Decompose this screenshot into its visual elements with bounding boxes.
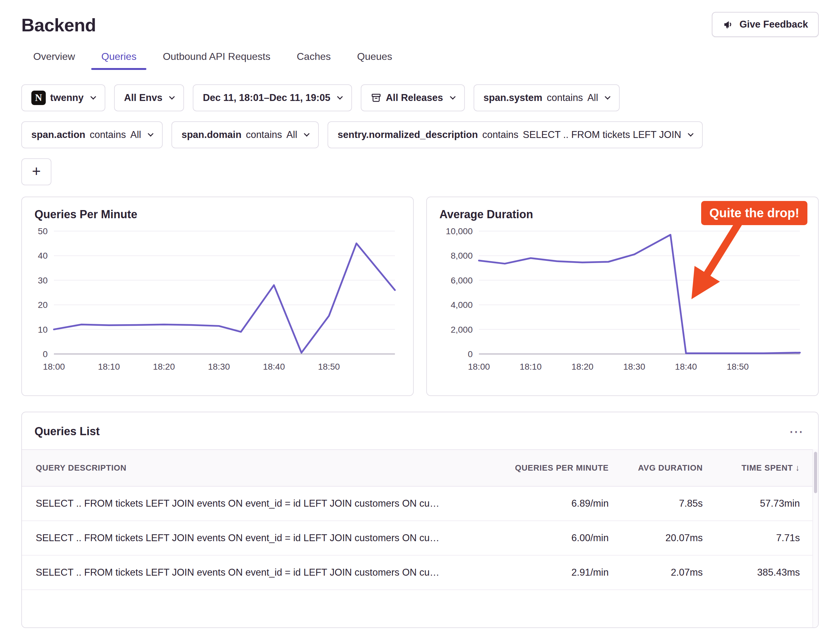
span-system-value: All [587,92,598,104]
svg-text:18:40: 18:40 [675,362,697,371]
svg-text:18:10: 18:10 [520,362,541,371]
give-feedback-button[interactable]: Give Feedback [712,12,819,37]
column-header-avg-duration[interactable]: AVG DURATION [609,450,703,486]
annotation-text: Quite the drop! [709,206,799,220]
query-description-cell[interactable]: SELECT .. FROM tickets LEFT JOIN events … [22,521,474,555]
span-system-key: span.system [484,92,543,104]
project-logo-icon: N [31,90,46,105]
svg-text:2,000: 2,000 [451,325,472,335]
table-scrollbar-thumb[interactable] [814,452,817,493]
svg-text:20: 20 [38,300,48,310]
svg-text:0: 0 [43,349,48,359]
filter-row-3: + [21,158,819,185]
span-action-value: All [130,129,141,140]
annotation-label: Quite the drop! [701,201,807,225]
svg-text:18:30: 18:30 [208,362,230,371]
column-header-query-description[interactable]: QUERY DESCRIPTION [22,450,474,486]
svg-text:8,000: 8,000 [451,251,472,261]
queries-per-minute-title: Queries Per Minute [34,208,400,221]
queries-table: QUERY DESCRIPTION QUERIES PER MINUTE AVG… [22,449,812,590]
svg-text:40: 40 [38,251,48,261]
chevron-down-icon [169,94,175,99]
svg-text:10,000: 10,000 [446,227,472,236]
charts-row: Queries Per Minute 0102030405018:0018:10… [21,197,819,396]
normalized-description-filter-button[interactable]: sentry.normalized_description contains S… [328,122,703,148]
table-header-row: QUERY DESCRIPTION QUERIES PER MINUTE AVG… [22,450,812,486]
page-header: Backend Give Feedback [21,12,819,37]
average-duration-chart[interactable]: 02,0004,0006,0008,00010,00018:0018:1018:… [440,223,806,380]
span-action-key: span.action [31,129,85,140]
span-domain-filter-button[interactable]: span.domain contains All [171,122,319,148]
query-description-cell[interactable]: SELECT .. FROM tickets LEFT JOIN events … [22,486,474,521]
time-spent-label: TIME SPENT [742,463,793,473]
time-spent-cell: 57.73min [703,486,812,521]
tab-outbound-api-requests[interactable]: Outbound API Requests [151,46,282,70]
tab-bar: Overview Queries Outbound API Requests C… [21,46,819,70]
plus-icon: + [32,163,41,180]
span-system-operator: contains [546,92,582,104]
svg-text:50: 50 [38,227,48,236]
queries-per-minute-cell: 2.91/min [474,555,609,590]
normalized-description-key: sentry.normalized_description [338,129,477,140]
environment-filter-label: All Envs [124,92,162,104]
date-range-filter-button[interactable]: Dec 11, 18:01–Dec 11, 19:05 [193,84,352,111]
environment-filter-button[interactable]: All Envs [114,84,184,111]
svg-text:18:50: 18:50 [318,362,340,371]
column-header-queries-per-minute[interactable]: QUERIES PER MINUTE [474,450,609,486]
releases-filter-label: All Releases [386,92,443,104]
table-scrollbar[interactable] [812,449,818,628]
releases-icon [371,92,381,103]
span-system-filter-button[interactable]: span.system contains All [474,84,620,111]
project-filter-label: twenny [50,92,84,104]
chevron-down-icon [450,94,455,99]
svg-text:18:20: 18:20 [571,362,593,371]
date-range-label: Dec 11, 18:01–Dec 11, 19:05 [203,92,330,104]
svg-text:18:40: 18:40 [263,362,285,371]
megaphone-icon [722,19,734,30]
backend-insights-page: Backend Give Feedback Overview Queries O… [0,0,840,628]
query-description-cell[interactable]: SELECT .. FROM tickets LEFT JOIN events … [22,555,474,590]
svg-text:10: 10 [38,325,48,335]
table-row[interactable]: SELECT .. FROM tickets LEFT JOIN events … [22,521,812,555]
tab-overview[interactable]: Overview [21,46,87,70]
table-row[interactable]: SELECT .. FROM tickets LEFT JOIN events … [22,486,812,521]
filter-row-2: span.action contains All span.domain con… [21,122,819,148]
chevron-down-icon [304,131,310,136]
avg-duration-cell: 7.85s [609,486,703,521]
chevron-down-icon [90,94,96,99]
sort-descending-icon: ↓ [796,463,800,473]
svg-text:30: 30 [38,276,48,285]
table-row[interactable]: SELECT .. FROM tickets LEFT JOIN events … [22,555,812,590]
project-filter-button[interactable]: N twenny [21,84,105,111]
span-action-filter-button[interactable]: span.action contains All [21,122,162,148]
svg-text:18:00: 18:00 [43,362,65,371]
page-title: Backend [21,15,96,36]
svg-text:18:50: 18:50 [727,362,749,371]
svg-text:0: 0 [468,349,472,359]
average-duration-panel: Average Duration 02,0004,0006,0008,00010… [426,197,819,396]
svg-text:6,000: 6,000 [451,276,472,285]
span-domain-key: span.domain [182,129,241,140]
tab-queues[interactable]: Queues [345,46,404,70]
span-domain-operator: contains [246,129,282,140]
time-spent-cell: 7.71s [703,521,812,555]
normalized-description-value: SELECT .. FROM tickets LEFT JOIN [523,129,681,140]
tab-queries[interactable]: Queries [89,46,148,70]
normalized-description-operator: contains [482,129,518,140]
add-filter-button[interactable]: + [21,158,51,185]
overflow-menu-button[interactable]: ⋯ [788,424,806,439]
queries-per-minute-chart[interactable]: 0102030405018:0018:1018:2018:3018:4018:5… [34,223,400,380]
tab-caches[interactable]: Caches [285,46,343,70]
queries-per-minute-panel: Queries Per Minute 0102030405018:0018:10… [21,197,414,396]
svg-text:18:30: 18:30 [623,362,645,371]
svg-text:18:20: 18:20 [153,362,175,371]
queries-list-header: Queries List ⋯ [22,412,818,449]
chevron-down-icon [605,94,610,99]
releases-filter-button[interactable]: All Releases [361,84,465,111]
give-feedback-label: Give Feedback [739,19,808,30]
queries-per-minute-cell: 6.89/min [474,486,609,521]
avg-duration-cell: 20.07ms [609,521,703,555]
avg-duration-cell: 2.07ms [609,555,703,590]
column-header-time-spent[interactable]: TIME SPENT↓ [703,450,812,486]
queries-per-minute-cell: 6.00/min [474,521,609,555]
